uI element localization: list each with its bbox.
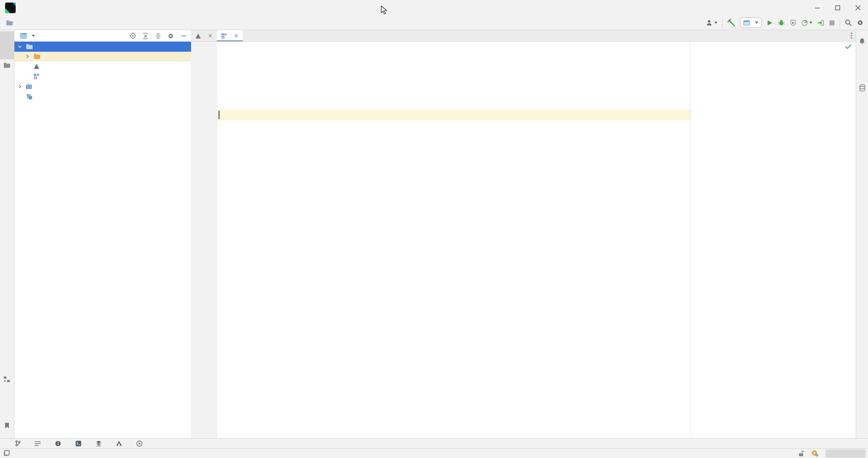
tool-window-switcher-icon[interactable] [3,450,10,457]
tree-item-scratches[interactable] [14,92,191,102]
problems-icon [55,441,61,447]
tool-window-button-python-packages[interactable] [96,441,105,447]
tab-main-c[interactable]: c ✕ [217,30,243,42]
tree-item-cmake-build-debug[interactable] [14,52,191,62]
run-icon[interactable] [766,20,773,26]
profiler-icon[interactable] [801,20,813,26]
tool-window-button-database[interactable] [856,94,868,132]
inspections-ok-icon[interactable] [845,44,851,49]
search-icon[interactable] [845,19,852,26]
tool-window-button-cmake[interactable] [116,441,125,446]
python-packages-icon [96,441,102,447]
bookmark-icon [4,422,10,429]
tool-window-button-services[interactable] [136,441,145,447]
user-icon[interactable] [706,20,718,26]
cmake-file-icon [195,33,201,39]
folder-icon [26,44,33,50]
tool-window-button-problems[interactable] [55,441,64,447]
settings-gear-icon[interactable] [857,19,864,26]
c-file-icon: c [221,33,227,39]
tree-item-main-c[interactable]: c [14,72,191,82]
tab-options-icon[interactable] [851,32,852,39]
toolbar-right [706,16,864,30]
project-breadcrumb[interactable] [6,20,16,26]
close-icon[interactable] [848,0,868,15]
project-tool-window: c [14,30,191,438]
main-toolbar [0,16,868,30]
tab-cmakelists[interactable]: ✕ [191,30,217,42]
coverage-icon[interactable] [790,20,796,26]
chevron-right-icon[interactable] [24,53,31,60]
folder-icon [6,20,13,26]
code-editor[interactable] [191,42,856,438]
build-folder-icon [33,53,41,59]
app-window-icon [743,20,750,25]
maximize-icon[interactable] [827,0,848,15]
tool-window-button-version-control[interactable] [15,440,23,447]
minimize-icon[interactable] [807,0,827,15]
cmake-tool-icon [116,441,122,446]
project-tree: c [14,42,191,101]
notification-icon[interactable] [811,450,818,457]
tree-item-untitled[interactable] [14,42,191,52]
editor-gutter[interactable] [191,42,217,438]
app-window-icon [20,33,27,39]
title-bar [0,0,868,16]
close-icon[interactable]: ✕ [234,33,238,39]
run-config-selector[interactable] [740,17,762,28]
todo-list-icon [35,441,41,446]
code-content[interactable] [217,42,856,43]
current-line-highlight [217,109,691,120]
vcs-branch-icon [15,440,20,447]
bottom-tool-window-bar [0,438,868,448]
chevron-down-icon[interactable] [17,43,23,50]
tool-window-button-notifications[interactable] [856,47,868,73]
scratches-icon [26,93,33,100]
right-tool-window-stripe [856,30,868,438]
database-icon[interactable] [859,84,865,92]
locate-icon[interactable] [128,31,138,41]
build-hammer-icon[interactable] [727,19,735,27]
tool-window-button-bookmarks[interactable] [0,385,14,424]
chevron-down-icon[interactable] [32,35,35,37]
clion-logo-icon[interactable] [5,3,16,13]
stop-icon[interactable] [829,20,835,26]
status-bar-widgets [776,449,865,458]
files-icon[interactable] [3,62,11,68]
text-caret [219,111,219,119]
library-icon [26,84,32,89]
toolbar-separator [840,19,840,27]
chevron-right-icon[interactable] [17,83,23,90]
tool-window-button-project[interactable] [0,31,14,59]
unlock-icon[interactable] [798,450,804,457]
svg-text:c: c [222,35,224,38]
debug-icon[interactable] [778,19,785,26]
cmake-file-icon [33,63,40,70]
attach-icon[interactable] [817,20,824,26]
editor-tab-bar: ✕ c ✕ [191,30,856,42]
tool-window-button-todo[interactable] [35,441,44,446]
tree-item-external-libraries[interactable] [14,81,191,92]
project-panel-header [14,30,191,42]
expand-all-icon[interactable] [140,31,150,41]
memory-indicator[interactable] [826,450,865,458]
left-tool-window-stripe [0,30,14,438]
hide-icon[interactable] [178,31,189,41]
close-icon[interactable]: ✕ [208,33,213,39]
collapse-all-icon[interactable] [153,31,163,41]
bell-icon[interactable] [859,38,865,45]
editor-area: ✕ c ✕ [191,30,856,438]
c-file-icon: c [33,73,40,80]
services-icon [136,441,142,447]
tree-item-cmakelists[interactable] [14,61,191,72]
window-controls [807,0,868,15]
status-bar [0,448,868,458]
terminal-icon [75,441,81,447]
tool-window-button-terminal[interactable] [75,441,84,447]
structure-icon [4,377,10,382]
settings-gear-icon[interactable] [166,31,176,41]
right-margin-guide [691,42,691,438]
toolbar-separator [722,19,723,27]
